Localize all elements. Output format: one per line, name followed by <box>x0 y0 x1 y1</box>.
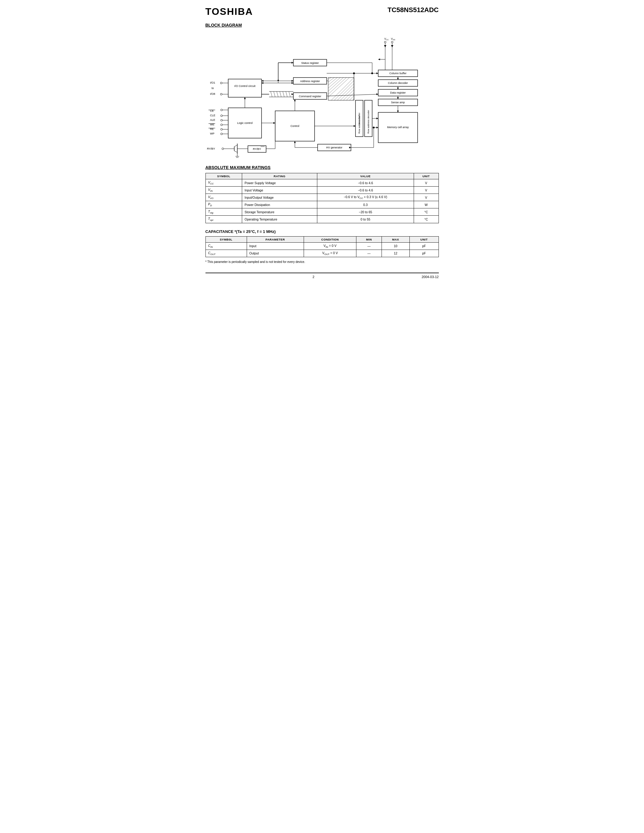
table-row: Topr Operating Temperature 0 to 55 °C <box>206 215 438 223</box>
svg-marker-118 <box>354 125 356 127</box>
cap-col-unit: UNIT <box>409 236 438 242</box>
control-box-label: Control <box>290 124 299 127</box>
svg-marker-114 <box>377 117 378 119</box>
footer-date: 2004-03-12 <box>422 275 438 279</box>
hv-generator-label: HV generator <box>326 146 343 149</box>
symbol-vin: VIN <box>206 187 242 194</box>
svg-marker-121 <box>294 141 296 143</box>
svg-marker-103 <box>397 78 399 80</box>
cap-col-symbol: SYMB0L <box>206 236 247 242</box>
table-row: VCC Power Supply Voltage −0.6 to 4.6 V <box>206 179 438 187</box>
symbol-vio: VI/O <box>206 194 242 201</box>
logic-control-label: Logic control <box>237 121 253 124</box>
svg-line-93 <box>327 94 378 96</box>
page-footer: 2 2004-03-12 <box>206 273 439 279</box>
wp-label: WP <box>210 132 214 135</box>
vcc-label: VCC <box>384 37 389 40</box>
svg-line-56 <box>270 92 272 97</box>
capacitance-title-text: CAPACITANCE <box>206 229 233 234</box>
unit-pd: W <box>414 201 438 208</box>
status-register-label: Status register <box>301 61 319 64</box>
io1-label: I/O1 <box>210 81 215 84</box>
to-label: to <box>211 87 214 90</box>
ryby-box-label: RY/BY <box>253 148 261 151</box>
io-control-label: I/O Control circuit <box>234 85 256 88</box>
ratings-col-symbol: SYMBOL <box>206 173 242 179</box>
max-cin: 10 <box>382 242 409 249</box>
page-header: TOSHIBA TC58NS512ADC <box>206 6 439 17</box>
svg-line-74 <box>328 77 334 82</box>
svg-line-85 <box>346 93 354 100</box>
rating-vin: Input Voltage <box>242 187 317 194</box>
svg-point-19 <box>221 124 222 126</box>
ratings-col-value: VALUE <box>317 173 414 179</box>
unit-vcc: V <box>414 179 438 187</box>
capacitance-title: CAPACITANCE *(Ta = 25°C, f = 1 MHz) <box>206 229 439 234</box>
column-buffer-label: Column buffer <box>389 72 406 75</box>
unit-cin: pF <box>409 242 438 249</box>
symbol-topr: Topr <box>206 215 242 223</box>
block-diagram-section: BLOCK DIAGRAM VCC VSS I/O1 to I/O8 <box>206 23 439 158</box>
svg-marker-41 <box>274 122 275 124</box>
address-register-label: Address register <box>300 80 320 83</box>
svg-marker-89 <box>377 72 378 74</box>
svg-point-6 <box>220 82 222 84</box>
value-pd: 0.3 <box>317 201 414 208</box>
absolute-ratings-section: ABSOLUTE MAXIMUM RATINGS SYMBOL RATING V… <box>206 165 439 223</box>
capacitance-table: SYMB0L PARAMETER CONDITION MIN MAX UNIT … <box>206 236 439 257</box>
vss-label: VSS <box>391 37 395 40</box>
symbol-pd: PD <box>206 201 242 208</box>
svg-line-62 <box>289 92 290 97</box>
svg-line-73 <box>328 77 331 79</box>
symbol-cout: COUT <box>206 249 247 257</box>
block-diagram-svg: VCC VSS I/O1 to I/O8 I/O Control circuit… <box>206 31 442 158</box>
value-vio: −0.6 V to VCC + 0.3 V (≤ 4.6 V) <box>317 194 414 201</box>
svg-marker-49 <box>262 80 263 82</box>
symbol-vcc: VCC <box>206 179 242 187</box>
svg-marker-128 <box>244 97 246 99</box>
rating-topr: Operating Temperature <box>242 215 317 223</box>
unit-vin: V <box>414 187 438 194</box>
toshiba-logo: TOSHIBA <box>206 6 253 17</box>
absolute-ratings-title: ABSOLUTE MAXIMUM RATINGS <box>206 165 439 170</box>
ratings-col-unit: UNIT <box>414 173 438 179</box>
svg-line-77 <box>328 77 343 91</box>
svg-line-59 <box>280 92 281 97</box>
page-number: 2 <box>312 275 314 279</box>
ale-label: ALE <box>210 119 215 121</box>
row-address-decoder-label: Row address decoder <box>367 110 370 133</box>
memory-cell-array-label: Memory cell array <box>387 126 409 129</box>
value-vin: −0.6 to 4.6 <box>317 187 414 194</box>
svg-marker-130 <box>291 82 293 84</box>
ratings-col-rating: RATING <box>242 173 317 179</box>
svg-marker-109 <box>397 111 399 113</box>
svg-marker-107 <box>397 97 399 99</box>
capacitance-footnote: * This parameter is periodically sampled… <box>206 260 439 264</box>
cap-col-parameter: PARAMETER <box>247 236 304 242</box>
svg-point-24 <box>221 133 222 135</box>
svg-line-81 <box>334 80 354 100</box>
unit-cout: pF <box>409 249 438 257</box>
svg-line-87 <box>353 99 354 100</box>
part-number: TC58NS512ADC <box>388 6 439 14</box>
svg-line-57 <box>274 92 275 97</box>
table-row: CIN Input VIN = 0 V — 10 pF <box>206 242 438 249</box>
svg-line-86 <box>349 96 354 100</box>
svg-point-22 <box>221 129 222 130</box>
cle-label: CLE <box>210 114 216 117</box>
svg-line-29 <box>234 145 237 146</box>
param-cout: Output <box>247 249 304 257</box>
svg-rect-72 <box>328 77 354 100</box>
svg-line-61 <box>286 92 287 97</box>
capacitance-section: CAPACITANCE *(Ta = 25°C, f = 1 MHz) SYMB… <box>206 229 439 264</box>
svg-point-97 <box>371 72 373 74</box>
min-cout: — <box>356 249 382 257</box>
svg-line-82 <box>337 84 354 100</box>
svg-line-58 <box>277 92 278 97</box>
svg-point-0 <box>384 41 386 43</box>
svg-marker-116 <box>294 99 296 101</box>
svg-point-1 <box>391 41 393 43</box>
cond-cout: VOUT = 0 V <box>304 249 356 257</box>
svg-marker-48 <box>291 80 293 82</box>
column-decoder-label: Column decoder <box>388 82 407 85</box>
